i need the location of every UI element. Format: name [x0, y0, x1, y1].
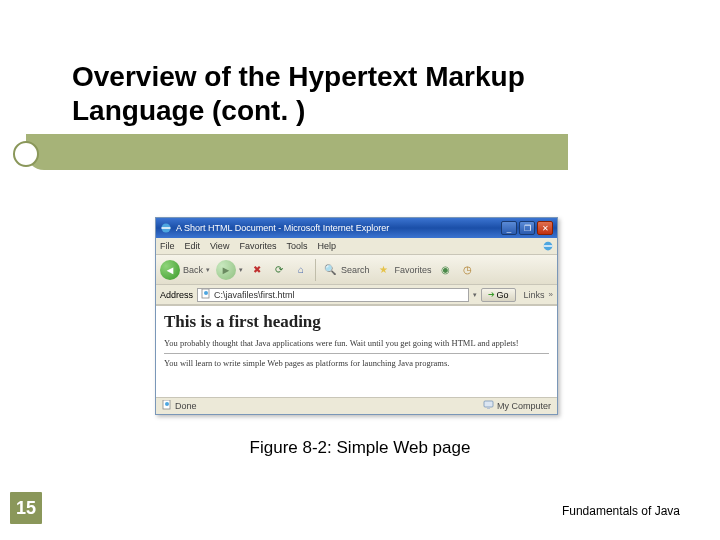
- address-label: Address: [160, 290, 193, 300]
- content-paragraph-1: You probably thought that Java applicati…: [164, 338, 549, 349]
- menu-view[interactable]: View: [210, 241, 229, 251]
- links-chevron-icon[interactable]: »: [549, 290, 553, 299]
- forward-arrow-icon: ►: [216, 260, 236, 280]
- address-path: C:\javafiles\first.html: [214, 290, 295, 300]
- title-underline-decoration: [26, 134, 568, 170]
- content-paragraph-2: You will learn to write simple Web pages…: [164, 358, 549, 369]
- content-divider: [164, 353, 549, 354]
- slide-footer-text: Fundamentals of Java: [562, 504, 680, 518]
- done-icon: [162, 400, 172, 412]
- ie-throbber-icon: [541, 239, 555, 253]
- address-input[interactable]: C:\javafiles\first.html: [197, 288, 468, 302]
- favorites-button[interactable]: ★ Favorites: [376, 262, 432, 278]
- back-arrow-icon: ◄: [160, 260, 180, 280]
- my-computer-icon: [483, 400, 494, 412]
- links-label[interactable]: Links: [524, 290, 545, 300]
- menu-tools[interactable]: Tools: [286, 241, 307, 251]
- figure-screenshot: A Short HTML Document - Microsoft Intern…: [155, 217, 558, 415]
- back-label: Back: [183, 265, 203, 275]
- menu-help[interactable]: Help: [317, 241, 336, 251]
- ie-window: A Short HTML Document - Microsoft Intern…: [155, 217, 558, 415]
- search-button[interactable]: 🔍 Search: [322, 262, 370, 278]
- back-button[interactable]: ◄ Back ▾: [160, 260, 210, 280]
- maximize-button[interactable]: ❐: [519, 221, 535, 235]
- menu-file[interactable]: File: [160, 241, 175, 251]
- search-label: Search: [341, 265, 370, 275]
- go-arrow-icon: ➔: [488, 290, 495, 299]
- slide-number-badge: 15: [10, 492, 42, 524]
- svg-point-4: [204, 291, 208, 295]
- favorites-label: Favorites: [395, 265, 432, 275]
- window-titlebar: A Short HTML Document - Microsoft Intern…: [156, 218, 557, 238]
- minimize-button[interactable]: _: [501, 221, 517, 235]
- stop-button[interactable]: ✖: [249, 262, 265, 278]
- media-button[interactable]: ◉: [438, 262, 454, 278]
- refresh-button[interactable]: ⟳: [271, 262, 287, 278]
- history-button[interactable]: ◷: [460, 262, 476, 278]
- go-label: Go: [497, 290, 509, 300]
- status-left-text: Done: [175, 401, 197, 411]
- window-title-text: A Short HTML Document - Microsoft Intern…: [176, 223, 389, 233]
- figure-caption: Figure 8-2: Simple Web page: [0, 438, 720, 458]
- status-right-text: My Computer: [497, 401, 551, 411]
- toolbar: ◄ Back ▾ ► ▾ ✖ ⟳ ⌂ 🔍 Search ★ Favorites …: [156, 255, 557, 285]
- ie-logo-icon: [160, 222, 172, 234]
- menu-bar: File Edit View Favorites Tools Help: [156, 238, 557, 255]
- forward-button[interactable]: ► ▾: [216, 260, 243, 280]
- menu-edit[interactable]: Edit: [185, 241, 201, 251]
- dropdown-icon: ▾: [239, 266, 243, 274]
- page-icon: [201, 289, 211, 301]
- content-heading: This is a first heading: [164, 312, 549, 332]
- svg-rect-8: [487, 407, 490, 409]
- page-content: This is a first heading You probably tho…: [156, 305, 557, 397]
- menu-favorites[interactable]: Favorites: [239, 241, 276, 251]
- svg-rect-7: [484, 401, 493, 407]
- go-button[interactable]: ➔ Go: [481, 288, 516, 302]
- slide-title: Overview of the Hypertext Markup Languag…: [72, 60, 632, 127]
- address-bar: Address C:\javafiles\first.html ▾ ➔ Go L…: [156, 285, 557, 305]
- address-dropdown-icon[interactable]: ▾: [473, 291, 477, 299]
- toolbar-separator: [315, 259, 316, 281]
- search-icon: 🔍: [322, 262, 338, 278]
- star-icon: ★: [376, 262, 392, 278]
- status-bar: Done My Computer: [156, 397, 557, 414]
- home-button[interactable]: ⌂: [293, 262, 309, 278]
- svg-point-6: [165, 402, 169, 406]
- dropdown-icon: ▾: [206, 266, 210, 274]
- close-button[interactable]: ✕: [537, 221, 553, 235]
